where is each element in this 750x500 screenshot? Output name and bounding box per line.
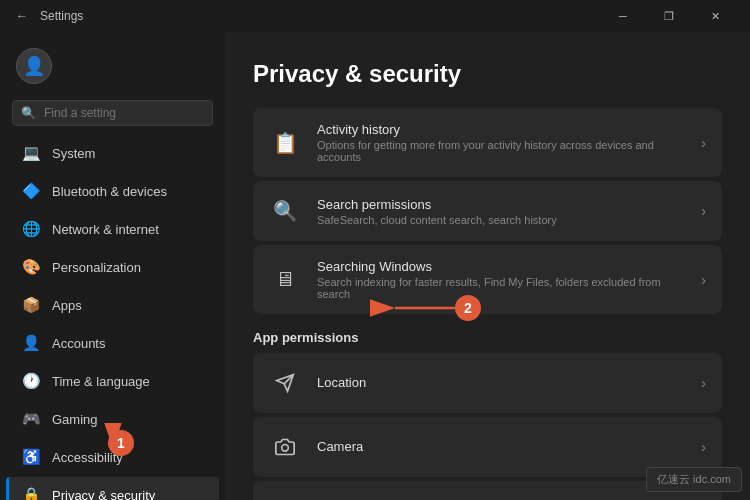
titlebar-left: ← Settings bbox=[12, 7, 83, 25]
chevron-icon: › bbox=[701, 272, 706, 288]
sidebar-item-label: Personalization bbox=[52, 260, 141, 275]
time-icon: 🕐 bbox=[22, 372, 40, 390]
sidebar: 👤 🔍 💻 System 🔷 Bluetooth & devices 🌐 Net… bbox=[0, 32, 225, 500]
page-title: Privacy & security bbox=[253, 60, 722, 88]
watermark: 亿速云 idc.com bbox=[646, 467, 742, 492]
searching-title: Searching Windows bbox=[317, 259, 685, 274]
search-perms-title: Search permissions bbox=[317, 197, 685, 212]
sidebar-item-label: Time & language bbox=[52, 374, 150, 389]
sidebar-item-system[interactable]: 💻 System bbox=[6, 135, 219, 171]
network-icon: 🌐 bbox=[22, 220, 40, 238]
titlebar-controls: ─ ❐ ✕ bbox=[600, 0, 738, 32]
accounts-icon: 👤 bbox=[22, 334, 40, 352]
search-perms-text: Search permissions SafeSearch, cloud con… bbox=[317, 197, 685, 226]
search-box[interactable]: 🔍 bbox=[12, 100, 213, 126]
gaming-icon: 🎮 bbox=[22, 410, 40, 428]
sidebar-item-accounts[interactable]: 👤 Accounts bbox=[6, 325, 219, 361]
personalization-icon: 🎨 bbox=[22, 258, 40, 276]
sidebar-item-personalization[interactable]: 🎨 Personalization bbox=[6, 249, 219, 285]
chevron-icon: › bbox=[701, 439, 706, 455]
back-icon: ← bbox=[16, 9, 28, 23]
sidebar-item-apps[interactable]: 📦 Apps bbox=[6, 287, 219, 323]
location-icon bbox=[269, 367, 301, 399]
chevron-icon: › bbox=[701, 375, 706, 391]
sidebar-item-label: Bluetooth & devices bbox=[52, 184, 167, 199]
privacy-icon: 🔒 bbox=[22, 486, 40, 500]
searching-desc: Search indexing for faster results, Find… bbox=[317, 276, 685, 300]
search-permissions-card[interactable]: 🔍 Search permissions SafeSearch, cloud c… bbox=[253, 181, 722, 241]
sidebar-item-privacy[interactable]: 🔒 Privacy & security bbox=[6, 477, 219, 500]
avatar: 👤 bbox=[16, 48, 52, 84]
accessibility-icon: ♿ bbox=[22, 448, 40, 466]
activity-history-card[interactable]: 📋 Activity history Options for getting m… bbox=[253, 108, 722, 177]
camera-text: Camera bbox=[317, 439, 685, 456]
searching-text: Searching Windows Search indexing for fa… bbox=[317, 259, 685, 300]
chevron-icon: › bbox=[701, 203, 706, 219]
maximize-button[interactable]: ❐ bbox=[646, 0, 692, 32]
activity-desc: Options for getting more from your activ… bbox=[317, 139, 685, 163]
sidebar-item-bluetooth[interactable]: 🔷 Bluetooth & devices bbox=[6, 173, 219, 209]
permissions-section-label: App permissions bbox=[253, 330, 722, 345]
location-title: Location bbox=[317, 375, 685, 390]
search-perms-icon: 🔍 bbox=[269, 195, 301, 227]
sidebar-item-label: Gaming bbox=[52, 412, 98, 427]
search-input[interactable] bbox=[44, 106, 204, 120]
location-text: Location bbox=[317, 375, 685, 392]
apps-icon: 📦 bbox=[22, 296, 40, 314]
sidebar-item-time[interactable]: 🕐 Time & language bbox=[6, 363, 219, 399]
titlebar: ← Settings ─ ❐ ✕ bbox=[0, 0, 750, 32]
microphone-icon bbox=[269, 495, 301, 500]
sidebar-item-label: Apps bbox=[52, 298, 82, 313]
chevron-icon: › bbox=[701, 135, 706, 151]
titlebar-title: Settings bbox=[40, 9, 83, 23]
camera-title: Camera bbox=[317, 439, 685, 454]
minimize-button[interactable]: ─ bbox=[600, 0, 646, 32]
activity-icon: 📋 bbox=[269, 127, 301, 159]
content-area: Privacy & security 📋 Activity history Op… bbox=[225, 32, 750, 500]
system-icon: 💻 bbox=[22, 144, 40, 162]
sidebar-item-label: Network & internet bbox=[52, 222, 159, 237]
sidebar-item-label: Privacy & security bbox=[52, 488, 155, 501]
camera-icon bbox=[269, 431, 301, 463]
annotation-badge-2: 2 bbox=[455, 295, 481, 321]
searching-windows-card[interactable]: 🖥 Searching Windows Search indexing for … bbox=[253, 245, 722, 314]
app-body: 👤 🔍 💻 System 🔷 Bluetooth & devices 🌐 Net… bbox=[0, 32, 750, 500]
location-card[interactable]: Location › bbox=[253, 353, 722, 413]
annotation-badge-1: 1 bbox=[108, 430, 134, 456]
search-perms-desc: SafeSearch, cloud content search, search… bbox=[317, 214, 685, 226]
close-button[interactable]: ✕ bbox=[692, 0, 738, 32]
sidebar-item-network[interactable]: 🌐 Network & internet bbox=[6, 211, 219, 247]
activity-text: Activity history Options for getting mor… bbox=[317, 122, 685, 163]
bluetooth-icon: 🔷 bbox=[22, 182, 40, 200]
activity-title: Activity history bbox=[317, 122, 685, 137]
sidebar-item-label: Accounts bbox=[52, 336, 105, 351]
user-profile[interactable]: 👤 bbox=[0, 32, 225, 96]
search-icon: 🔍 bbox=[21, 106, 36, 120]
svg-point-2 bbox=[282, 445, 289, 452]
back-button[interactable]: ← bbox=[12, 7, 32, 25]
user-icon: 👤 bbox=[23, 55, 45, 77]
searching-icon: 🖥 bbox=[269, 264, 301, 296]
sidebar-item-label: System bbox=[52, 146, 95, 161]
